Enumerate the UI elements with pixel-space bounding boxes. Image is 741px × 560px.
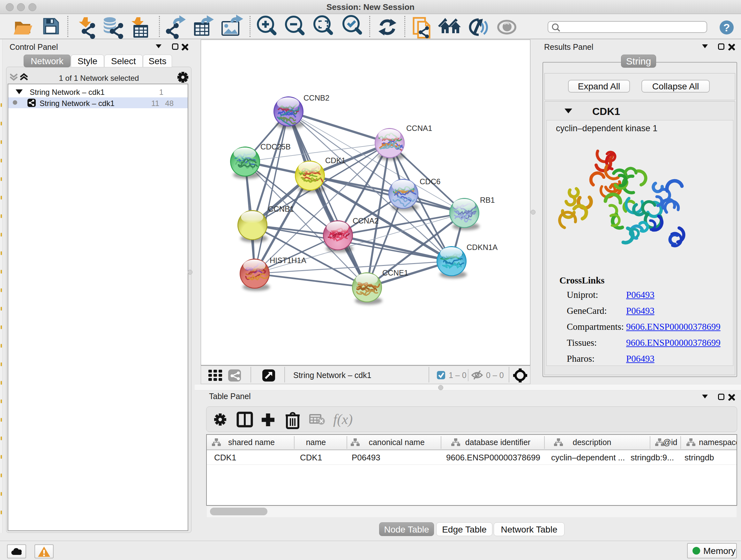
svg-text:CDC6: CDC6 — [420, 177, 441, 186]
svg-text:CDK1: CDK1 — [325, 156, 346, 165]
svg-text:CCNA1: CCNA1 — [406, 124, 432, 132]
svg-text:0 – 0: 0 – 0 — [486, 371, 504, 380]
svg-text:CDKN1A: CDKN1A — [467, 243, 497, 252]
svg-text:CCNB1: CCNB1 — [268, 205, 294, 213]
svg-text:RB1: RB1 — [480, 196, 495, 204]
svg-text:CCNB2: CCNB2 — [304, 94, 329, 102]
svg-text:String Network – cdk1: String Network – cdk1 — [293, 371, 372, 380]
svg-text:CDC25B: CDC25B — [260, 142, 291, 151]
svg-text:f(x): f(x) — [333, 412, 353, 427]
svg-text:HIST1H1A: HIST1H1A — [270, 256, 307, 265]
svg-text:CCNA2: CCNA2 — [353, 216, 379, 225]
svg-text:1 – 0: 1 – 0 — [449, 371, 467, 380]
svg-text:CCNE1: CCNE1 — [382, 268, 408, 277]
